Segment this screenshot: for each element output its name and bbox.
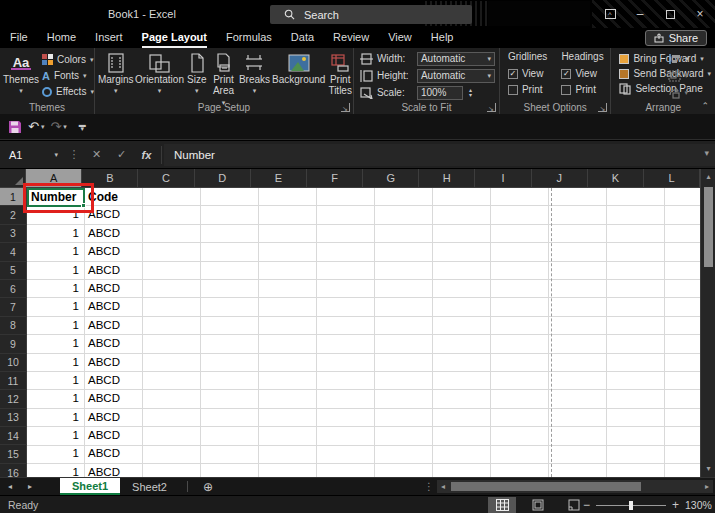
new-sheet-button[interactable]: ⊕ [196,478,220,495]
row-header-2[interactable]: 2 [0,206,27,224]
zoom-slider[interactable] [596,505,666,506]
column-header-F[interactable]: F [307,169,363,188]
enter-button[interactable]: ✓ [109,148,134,161]
cell-A4[interactable]: 1 [27,243,84,261]
cell-B7[interactable]: ABCD [84,298,142,316]
row-header-12[interactable]: 12 [0,390,27,408]
name-box-resize-handle[interactable]: ⋮ [64,148,84,161]
tab-home[interactable]: Home [47,28,76,48]
cell-B11[interactable]: ABCD [84,372,142,390]
cell-B14[interactable]: ABCD [84,427,142,445]
cell-A14[interactable]: 1 [27,427,84,445]
cell-B10[interactable]: ABCD [84,354,142,372]
expand-formula-bar-icon[interactable]: ▾ [704,148,709,158]
effects-button[interactable]: Effects▾ [42,84,94,99]
gridlines-print-checkbox[interactable]: Print [508,83,547,96]
tab-view[interactable]: View [388,28,412,48]
horizontal-scrollbar-thumb[interactable] [451,482,641,491]
cell-A16[interactable]: 1 [27,464,84,477]
group-button[interactable]: ▾ [668,68,689,83]
cell-A5[interactable]: 1 [27,262,84,280]
row-header-13[interactable]: 13 [0,409,27,427]
cell-B4[interactable]: ABCD [84,243,142,261]
row-header-16[interactable]: 16 [0,464,27,477]
cell-A3[interactable]: 1 [27,225,84,243]
zoom-level[interactable]: 130% [685,499,712,511]
row-header-5[interactable]: 5 [0,262,27,280]
cell-A10[interactable]: 1 [27,354,84,372]
scroll-right-icon[interactable]: ▸ [701,482,713,491]
row-header-15[interactable]: 15 [0,445,27,463]
row-header-7[interactable]: 7 [0,298,27,316]
column-header-D[interactable]: D [195,169,251,188]
tab-insert[interactable]: Insert [95,28,123,48]
column-header-G[interactable]: G [363,169,419,188]
vertical-scrollbar-thumb[interactable] [704,187,713,267]
cell-A8[interactable]: 1 [27,317,84,335]
customize-qat-button[interactable]: ▬▾ [79,123,86,131]
insert-function-button[interactable]: fx [134,149,159,161]
headings-view-checkbox[interactable]: ✓View [561,67,603,80]
cell-A2[interactable]: 1 [27,206,84,224]
formula-input[interactable]: Number ▾ [164,144,715,166]
cancel-button[interactable]: ✕ [84,148,109,161]
column-header-C[interactable]: C [138,169,194,188]
cell-B16[interactable]: ABCD [84,464,142,477]
cell-B2[interactable]: ABCD [84,206,142,224]
cell-A9[interactable]: 1 [27,335,84,353]
save-button[interactable] [8,120,22,134]
row-header-9[interactable]: 9 [0,335,27,353]
share-button[interactable]: Share [645,30,707,46]
cell-B13[interactable]: ABCD [84,409,142,427]
normal-view-button[interactable] [488,497,516,513]
cell-B8[interactable]: ABCD [84,317,142,335]
zoom-slider-thumb[interactable] [629,501,633,510]
close-button[interactable]: × [685,0,715,28]
cell-B9[interactable]: ABCD [84,335,142,353]
row-header-4[interactable]: 4 [0,243,27,261]
selection-pane-button[interactable]: Selection Pane [619,81,711,96]
tab-help[interactable]: Help [431,28,454,48]
select-all-button[interactable] [0,169,26,188]
column-header-I[interactable]: I [475,169,531,188]
column-header-A[interactable]: A [26,169,82,188]
cell-B12[interactable]: ABCD [84,390,142,408]
row-header-3[interactable]: 3 [0,225,27,243]
name-box[interactable]: A1 ▾ [0,144,64,166]
height-dropdown[interactable]: Automatic▾ [417,69,495,83]
tab-data[interactable]: Data [291,28,314,48]
cell-A11[interactable]: 1 [27,372,84,390]
zoom-out-button[interactable]: − [583,498,590,512]
column-header-L[interactable]: L [644,169,700,188]
send-backward-button[interactable]: Send Backward▾ [619,66,711,81]
row-header-6[interactable]: 6 [0,280,27,298]
headings-print-checkbox[interactable]: Print [561,83,603,96]
collapse-ribbon-icon[interactable]: ⌃ [701,101,709,111]
scroll-up-icon[interactable]: ▴ [701,170,715,184]
scroll-down-icon[interactable]: ▾ [701,462,715,476]
search-box[interactable]: Search [270,5,472,24]
tab-file[interactable]: File [10,28,28,48]
tab-page-layout[interactable]: Page Layout [142,28,207,48]
cell-B1[interactable]: Code [84,188,142,206]
align-button[interactable]: ▾ [668,51,689,66]
cell-A13[interactable]: 1 [27,409,84,427]
sheet-nav-left-icon[interactable]: ◂ [0,478,20,495]
row-header-8[interactable]: 8 [0,317,27,335]
column-header-J[interactable]: J [532,169,588,188]
colors-button[interactable]: Colors▾ [42,52,94,67]
bring-forward-button[interactable]: Bring Forward▾ [619,51,711,66]
rotate-button[interactable]: ▾ [668,85,689,100]
undo-button[interactable]: ↶▾ [28,119,44,134]
tab-review[interactable]: Review [333,28,369,48]
scrollbar-resize-handle[interactable]: ⋮ [424,478,434,496]
page-setup-dialog-launcher-icon[interactable] [341,103,350,112]
cell-A6[interactable]: 1 [27,280,84,298]
width-dropdown[interactable]: Automatic▾ [417,52,495,66]
cell-A15[interactable]: 1 [27,445,84,463]
cell-A1[interactable]: Number [27,188,84,206]
scale-to-fit-dialog-launcher-icon[interactable] [487,103,496,112]
horizontal-scrollbar[interactable]: ◂ ▸ [437,480,713,493]
scroll-left-icon[interactable]: ◂ [437,482,449,491]
fonts-button[interactable]: A Fonts▾ [42,68,94,83]
